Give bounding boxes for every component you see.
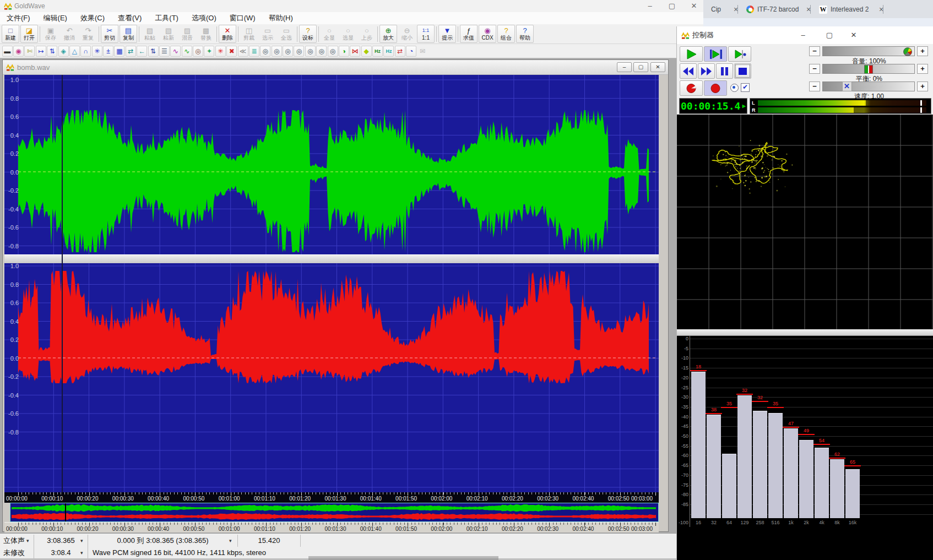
chevron-down-icon[interactable]: ▾ bbox=[80, 535, 83, 547]
fx-volume-knob-4-button[interactable]: ◎ bbox=[294, 46, 304, 57]
toolbar-zoom-1-1-button[interactable]: 1:11:1 bbox=[417, 25, 435, 43]
monitor-checkbox[interactable]: ✔ bbox=[741, 83, 750, 92]
toolbar-delete-button[interactable]: ✕删除 bbox=[219, 25, 236, 43]
slider-volume-thumb[interactable] bbox=[903, 47, 912, 56]
slider-balance-decrease-button[interactable]: − bbox=[809, 64, 820, 74]
slider-volume-track[interactable] bbox=[822, 46, 915, 56]
slider-balance-track[interactable] bbox=[822, 64, 915, 74]
rewind-button[interactable] bbox=[680, 63, 697, 79]
playback-cursor[interactable] bbox=[62, 75, 63, 492]
fx-pan-button[interactable]: ▦ bbox=[114, 46, 124, 57]
fx-pitch-button[interactable]: Hz bbox=[372, 46, 383, 57]
fx-volume-knob-3-button[interactable]: ◎ bbox=[283, 46, 293, 57]
controller-maximize-button[interactable]: ▢ bbox=[819, 29, 840, 41]
fx-cd-audio-button[interactable]: ◎ bbox=[193, 46, 203, 57]
fx-dynamics-button[interactable]: △ bbox=[69, 46, 80, 57]
fx-shape-volume-button[interactable]: ◆ bbox=[361, 46, 372, 57]
chevron-down-icon[interactable]: ▾ bbox=[80, 547, 83, 559]
fx-interpolate-button[interactable]: ✦ bbox=[204, 46, 214, 57]
record-button[interactable] bbox=[680, 80, 703, 96]
fx-playback-rate-button[interactable]: ◔ bbox=[406, 46, 416, 57]
menu-item-窗口[interactable]: 窗口(W) bbox=[223, 12, 262, 24]
fx-filter-button[interactable]: ∩ bbox=[80, 46, 91, 57]
controller-minimize-button[interactable]: – bbox=[793, 29, 813, 41]
fx-echo-button[interactable]: ◈ bbox=[58, 46, 69, 57]
play-from-cursor-button[interactable] bbox=[728, 46, 751, 62]
fx-stretch-button[interactable]: ⇅ bbox=[47, 46, 57, 57]
fx-crackle-button[interactable]: ✳ bbox=[215, 46, 226, 57]
toolbar-open-button[interactable]: ◪打开 bbox=[20, 25, 38, 43]
chevron-down-icon[interactable]: ▾ bbox=[229, 535, 232, 547]
fx-volume-knob-5-button[interactable]: ◎ bbox=[305, 46, 316, 57]
fx-volume-knob-2-button[interactable]: ◎ bbox=[272, 46, 282, 57]
play-button[interactable] bbox=[680, 46, 703, 62]
time-axis[interactable]: 00:00:0000:00:1000:00:2000:00:3000:00:40… bbox=[4, 492, 659, 503]
fx-rewind-effect-button[interactable]: ← bbox=[137, 46, 147, 57]
fx-time-warp-button[interactable]: ⇄ bbox=[395, 46, 405, 57]
status-selection[interactable]: 0.000 到 3:08.365 (3:08.365) ▾ bbox=[88, 535, 238, 547]
status-length[interactable]: 3:08.365 ▾ bbox=[34, 535, 88, 547]
record-selection-button[interactable] bbox=[704, 80, 727, 96]
document-titlebar[interactable]: bomb.wav – ▢ ✕ bbox=[3, 60, 668, 75]
fx-flip-button[interactable]: ⇅ bbox=[148, 46, 159, 57]
fx-noise-reduction-button[interactable]: ∿ bbox=[170, 46, 181, 57]
fast-forward-button[interactable] bbox=[698, 63, 715, 79]
monitor-radio[interactable] bbox=[730, 84, 739, 92]
tab-close-icon[interactable]: × bbox=[732, 5, 740, 14]
fx-smooth-arrows-button[interactable]: ≪ bbox=[238, 46, 248, 57]
slider-speed-thumb[interactable]: ✕ bbox=[842, 81, 852, 91]
fx-insert-silence-button[interactable]: ↦ bbox=[36, 46, 46, 57]
menu-item-选项[interactable]: 选项(O) bbox=[185, 12, 223, 24]
doc-minimize-button[interactable]: – bbox=[617, 62, 632, 72]
fx-device-controls-button[interactable]: ▬ bbox=[2, 46, 13, 57]
fx-balance-knob-button[interactable]: ◑ bbox=[339, 46, 349, 57]
fx-volume-knob-7-button[interactable]: ◎ bbox=[328, 46, 338, 57]
menu-item-帮助[interactable]: 帮助(H) bbox=[262, 12, 300, 24]
fx-mixer-button[interactable]: ◉ bbox=[13, 46, 24, 57]
browser-tab-cip[interactable]: Cip× bbox=[707, 2, 744, 17]
toolbar-compose-button[interactable]: ?组合 bbox=[497, 25, 515, 43]
menu-item-编辑[interactable]: 编辑(E) bbox=[37, 12, 74, 24]
maximize-button[interactable]: ▢ bbox=[663, 0, 681, 12]
fx-reverse-button[interactable]: ⇄ bbox=[126, 46, 136, 57]
stop-button[interactable] bbox=[734, 63, 751, 79]
browser-tab-itf-barcode[interactable]: ITF-72 barcod× bbox=[742, 2, 817, 17]
menu-item-效果[interactable]: 效果(C) bbox=[74, 12, 111, 24]
slider-volume-increase-button[interactable]: + bbox=[917, 46, 928, 56]
browser-tab-interleaved[interactable]: WInterleaved 2× bbox=[815, 2, 889, 17]
toolbar-cdx-button[interactable]: ◉CDX bbox=[479, 25, 496, 43]
fx-equalizer-button[interactable]: ☰ bbox=[159, 46, 170, 57]
slider-volume-decrease-button[interactable]: − bbox=[809, 46, 820, 56]
fx-x-crossfade-button[interactable]: ✄ bbox=[24, 46, 35, 57]
controller-splitter[interactable] bbox=[677, 329, 933, 336]
toolbar-cut-button[interactable]: ✂剪切 bbox=[101, 25, 118, 43]
right-channel-waveform-pane[interactable]: 1.00.80.60.40.20.0-0.2-0.4-0.6-0.8 bbox=[4, 263, 659, 492]
play-selection-button[interactable] bbox=[704, 46, 727, 62]
overview-time-ruler[interactable]: 00:00:0000:00:1000:00:2000:00:3000:00:40… bbox=[4, 522, 659, 532]
toolbar-hints-button[interactable]: ▼提示 bbox=[438, 25, 456, 43]
fx-pop-removal-button[interactable]: ✖ bbox=[226, 46, 237, 57]
tab-close-icon[interactable]: × bbox=[877, 5, 885, 14]
pause-button[interactable] bbox=[716, 63, 733, 79]
controller-titlebar[interactable]: 控制器 – ▢ ✕ bbox=[677, 26, 933, 44]
slider-speed-increase-button[interactable]: + bbox=[917, 81, 928, 91]
toolbar-evaluate-button[interactable]: ƒ求值 bbox=[460, 25, 478, 43]
fx-resample-button[interactable]: Hz bbox=[383, 46, 394, 57]
slider-speed-track[interactable]: ✕ bbox=[822, 81, 915, 91]
fx-volume-knob-1-button[interactable]: ◎ bbox=[260, 46, 270, 57]
toolbar-copy-button[interactable]: ▤复制 bbox=[120, 25, 137, 43]
toolbar-new-button[interactable]: □新建 bbox=[2, 25, 19, 43]
toolbar-zoom-in-button[interactable]: ⊕放大 bbox=[379, 25, 397, 43]
minimize-button[interactable]: – bbox=[641, 0, 659, 12]
fx-volume-knob-6-button[interactable]: ◎ bbox=[316, 46, 327, 57]
close-button[interactable]: ✕ bbox=[685, 0, 703, 12]
chevron-down-icon[interactable]: ▾ bbox=[26, 535, 29, 547]
status-channel-mode[interactable]: 立体声 ▾ bbox=[0, 535, 34, 547]
tab-close-icon[interactable]: × bbox=[805, 5, 812, 14]
status-position[interactable]: 3:08.4 ▾ bbox=[34, 547, 88, 559]
toolbar-help-button[interactable]: ?帮助 bbox=[516, 25, 534, 43]
fx-mechanize-button[interactable]: ✳ bbox=[92, 46, 102, 57]
doc-maximize-button[interactable]: ▢ bbox=[633, 62, 648, 72]
slider-balance-increase-button[interactable]: + bbox=[917, 64, 928, 74]
doc-close-button[interactable]: ✕ bbox=[650, 62, 665, 72]
